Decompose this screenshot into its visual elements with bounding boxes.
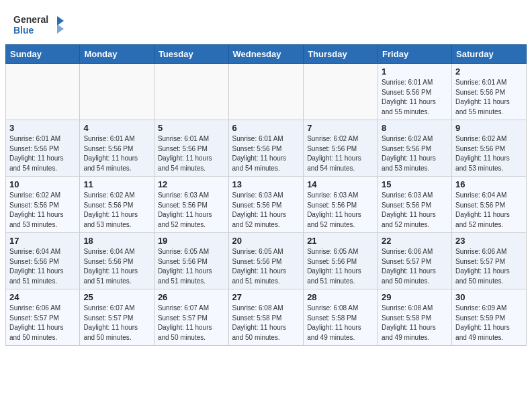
day-info: Sunrise: 6:01 AM Sunset: 5:56 PM Dayligh… — [232, 134, 300, 173]
weekday-header: Friday — [378, 45, 452, 64]
day-number: 9 — [455, 123, 523, 133]
day-info: Sunrise: 6:03 AM Sunset: 5:56 PM Dayligh… — [158, 191, 225, 230]
day-info: Sunrise: 6:01 AM Sunset: 5:56 PM Dayligh… — [455, 78, 523, 117]
day-info: Sunrise: 6:08 AM Sunset: 5:58 PM Dayligh… — [232, 304, 300, 342]
calendar-day-cell: 5Sunrise: 6:01 AM Sunset: 5:56 PM Daylig… — [154, 120, 228, 177]
day-number: 30 — [455, 292, 523, 302]
day-info: Sunrise: 6:02 AM Sunset: 5:56 PM Dayligh… — [83, 191, 150, 230]
calendar-day-cell: 4Sunrise: 6:01 AM Sunset: 5:56 PM Daylig… — [80, 120, 154, 177]
calendar-week-row: 17Sunrise: 6:04 AM Sunset: 5:56 PM Dayli… — [6, 233, 527, 289]
calendar-day-cell: 3Sunrise: 6:01 AM Sunset: 5:56 PM Daylig… — [6, 120, 80, 177]
day-number: 25 — [83, 292, 150, 302]
weekday-header: Wednesday — [228, 45, 304, 64]
calendar-day-cell: 27Sunrise: 6:08 AM Sunset: 5:58 PM Dayli… — [228, 289, 304, 346]
calendar-day-cell: 20Sunrise: 6:05 AM Sunset: 5:56 PM Dayli… — [228, 233, 304, 289]
day-number: 5 — [158, 123, 225, 133]
calendar-day-cell: 19Sunrise: 6:05 AM Sunset: 5:56 PM Dayli… — [154, 233, 228, 289]
calendar-empty-cell — [304, 64, 378, 120]
day-info: Sunrise: 6:01 AM Sunset: 5:56 PM Dayligh… — [9, 134, 76, 173]
calendar-day-cell: 11Sunrise: 6:02 AM Sunset: 5:56 PM Dayli… — [80, 177, 154, 233]
calendar-day-cell: 18Sunrise: 6:04 AM Sunset: 5:56 PM Dayli… — [80, 233, 154, 289]
day-info: Sunrise: 6:08 AM Sunset: 5:58 PM Dayligh… — [307, 304, 374, 342]
day-number: 4 — [83, 123, 150, 133]
day-number: 13 — [232, 179, 300, 189]
calendar-empty-cell — [6, 64, 80, 120]
day-info: Sunrise: 6:02 AM Sunset: 5:56 PM Dayligh… — [9, 191, 76, 230]
day-number: 14 — [307, 179, 374, 189]
logo: General Blue — [13, 12, 67, 39]
svg-marker-2 — [57, 16, 64, 26]
calendar-day-cell: 21Sunrise: 6:05 AM Sunset: 5:56 PM Dayli… — [304, 233, 378, 289]
day-info: Sunrise: 6:03 AM Sunset: 5:56 PM Dayligh… — [232, 191, 300, 230]
day-info: Sunrise: 6:02 AM Sunset: 5:56 PM Dayligh… — [382, 134, 448, 173]
day-info: Sunrise: 6:04 AM Sunset: 5:56 PM Dayligh… — [83, 247, 150, 286]
day-number: 28 — [307, 292, 374, 302]
calendar-day-cell: 13Sunrise: 6:03 AM Sunset: 5:56 PM Dayli… — [228, 177, 304, 233]
day-info: Sunrise: 6:06 AM Sunset: 5:57 PM Dayligh… — [9, 304, 76, 342]
day-number: 17 — [9, 236, 76, 246]
day-info: Sunrise: 6:02 AM Sunset: 5:56 PM Dayligh… — [307, 134, 374, 173]
calendar-day-cell: 23Sunrise: 6:06 AM Sunset: 5:57 PM Dayli… — [452, 233, 527, 289]
day-number: 21 — [307, 236, 374, 246]
calendar-day-cell: 6Sunrise: 6:01 AM Sunset: 5:56 PM Daylig… — [228, 120, 304, 177]
calendar-week-row: 10Sunrise: 6:02 AM Sunset: 5:56 PM Dayli… — [6, 177, 527, 233]
calendar-day-cell: 9Sunrise: 6:02 AM Sunset: 5:56 PM Daylig… — [452, 120, 527, 177]
day-number: 3 — [9, 123, 76, 133]
calendar-day-cell: 30Sunrise: 6:09 AM Sunset: 5:59 PM Dayli… — [452, 289, 527, 346]
calendar-day-cell: 14Sunrise: 6:03 AM Sunset: 5:56 PM Dayli… — [304, 177, 378, 233]
day-number: 23 — [455, 236, 523, 246]
calendar-table: SundayMondayTuesdayWednesdayThursdayFrid… — [5, 44, 527, 346]
day-info: Sunrise: 6:03 AM Sunset: 5:56 PM Dayligh… — [307, 191, 374, 230]
calendar-empty-cell — [80, 64, 154, 120]
svg-text:Blue: Blue — [13, 25, 34, 36]
calendar-day-cell: 26Sunrise: 6:07 AM Sunset: 5:57 PM Dayli… — [154, 289, 228, 346]
calendar-empty-cell — [228, 64, 304, 120]
day-info: Sunrise: 6:05 AM Sunset: 5:56 PM Dayligh… — [158, 247, 225, 286]
calendar-day-cell: 25Sunrise: 6:07 AM Sunset: 5:57 PM Dayli… — [80, 289, 154, 346]
day-info: Sunrise: 6:05 AM Sunset: 5:56 PM Dayligh… — [232, 247, 300, 286]
day-number: 29 — [382, 292, 448, 302]
calendar-day-cell: 12Sunrise: 6:03 AM Sunset: 5:56 PM Dayli… — [154, 177, 228, 233]
day-number: 26 — [158, 292, 225, 302]
calendar-day-cell: 8Sunrise: 6:02 AM Sunset: 5:56 PM Daylig… — [378, 120, 452, 177]
day-number: 24 — [9, 292, 76, 302]
weekday-header: Monday — [80, 45, 154, 64]
day-info: Sunrise: 6:07 AM Sunset: 5:57 PM Dayligh… — [158, 304, 225, 342]
day-number: 10 — [9, 179, 76, 189]
weekday-header: Thursday — [304, 45, 378, 64]
calendar-day-cell: 17Sunrise: 6:04 AM Sunset: 5:56 PM Dayli… — [6, 233, 80, 289]
day-number: 6 — [232, 123, 300, 133]
day-number: 7 — [307, 123, 374, 133]
calendar-day-cell: 16Sunrise: 6:04 AM Sunset: 5:56 PM Dayli… — [452, 177, 527, 233]
day-number: 11 — [83, 179, 150, 189]
day-info: Sunrise: 6:06 AM Sunset: 5:57 PM Dayligh… — [382, 247, 448, 286]
day-info: Sunrise: 6:01 AM Sunset: 5:56 PM Dayligh… — [83, 134, 150, 173]
day-info: Sunrise: 6:08 AM Sunset: 5:58 PM Dayligh… — [382, 304, 448, 342]
day-info: Sunrise: 6:01 AM Sunset: 5:56 PM Dayligh… — [158, 134, 225, 173]
calendar-day-cell: 24Sunrise: 6:06 AM Sunset: 5:57 PM Dayli… — [6, 289, 80, 346]
day-number: 2 — [455, 66, 523, 77]
general-blue-logo: General Blue — [13, 12, 67, 39]
calendar-day-cell: 22Sunrise: 6:06 AM Sunset: 5:57 PM Dayli… — [378, 233, 452, 289]
calendar-day-cell: 2Sunrise: 6:01 AM Sunset: 5:56 PM Daylig… — [452, 64, 527, 120]
day-info: Sunrise: 6:07 AM Sunset: 5:57 PM Dayligh… — [83, 304, 150, 342]
day-number: 16 — [455, 179, 523, 189]
calendar-empty-cell — [154, 64, 228, 120]
calendar-day-cell: 28Sunrise: 6:08 AM Sunset: 5:58 PM Dayli… — [304, 289, 378, 346]
weekday-header: Tuesday — [154, 45, 228, 64]
weekday-header: Saturday — [452, 45, 527, 64]
day-info: Sunrise: 6:09 AM Sunset: 5:59 PM Dayligh… — [455, 304, 523, 342]
day-number: 18 — [83, 236, 150, 246]
weekday-header: Sunday — [6, 45, 80, 64]
calendar-week-row: 3Sunrise: 6:01 AM Sunset: 5:56 PM Daylig… — [6, 120, 527, 177]
day-info: Sunrise: 6:01 AM Sunset: 5:56 PM Dayligh… — [382, 78, 448, 117]
day-info: Sunrise: 6:04 AM Sunset: 5:56 PM Dayligh… — [9, 247, 76, 286]
day-number: 19 — [158, 236, 225, 246]
day-info: Sunrise: 6:02 AM Sunset: 5:56 PM Dayligh… — [455, 134, 523, 173]
day-number: 1 — [382, 66, 448, 77]
weekday-header-row: SundayMondayTuesdayWednesdayThursdayFrid… — [6, 45, 527, 64]
day-number: 22 — [382, 236, 448, 246]
calendar-day-cell: 15Sunrise: 6:03 AM Sunset: 5:56 PM Dayli… — [378, 177, 452, 233]
calendar-week-row: 1Sunrise: 6:01 AM Sunset: 5:56 PM Daylig… — [6, 64, 527, 120]
day-info: Sunrise: 6:04 AM Sunset: 5:56 PM Dayligh… — [455, 191, 523, 230]
